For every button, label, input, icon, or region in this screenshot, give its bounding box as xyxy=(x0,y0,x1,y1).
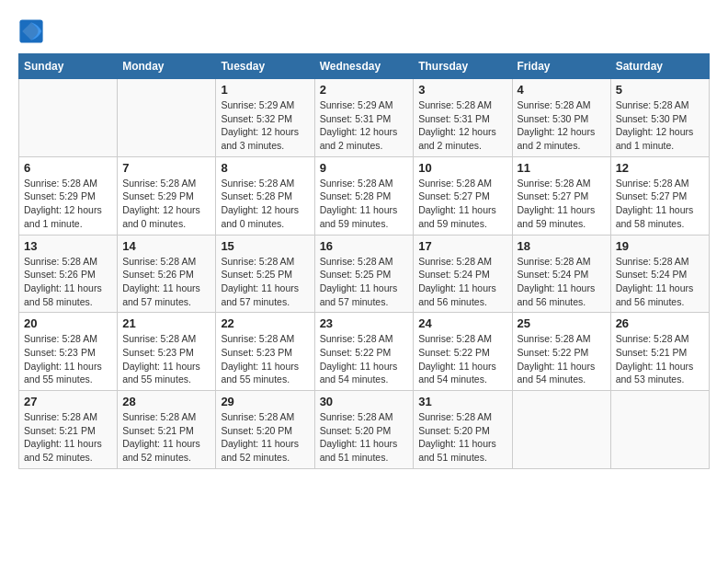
day-cell: 20Sunrise: 5:28 AM Sunset: 5:23 PM Dayli… xyxy=(19,313,118,391)
day-cell: 30Sunrise: 5:28 AM Sunset: 5:20 PM Dayli… xyxy=(314,391,414,469)
day-number: 27 xyxy=(24,395,112,408)
day-cell: 2Sunrise: 5:29 AM Sunset: 5:31 PM Daylig… xyxy=(314,79,414,157)
day-cell: 23Sunrise: 5:28 AM Sunset: 5:22 PM Dayli… xyxy=(314,313,414,391)
day-info: Sunrise: 5:28 AM Sunset: 5:21 PM Dayligh… xyxy=(122,410,210,465)
day-cell: 31Sunrise: 5:28 AM Sunset: 5:20 PM Dayli… xyxy=(414,391,512,469)
calendar-table: SundayMondayTuesdayWednesdayThursdayFrid… xyxy=(18,53,710,469)
day-cell: 25Sunrise: 5:28 AM Sunset: 5:22 PM Dayli… xyxy=(512,313,610,391)
day-number: 18 xyxy=(518,239,606,253)
day-cell: 5Sunrise: 5:28 AM Sunset: 5:30 PM Daylig… xyxy=(610,79,709,157)
day-info: Sunrise: 5:28 AM Sunset: 5:28 PM Dayligh… xyxy=(320,177,409,231)
day-number: 19 xyxy=(616,239,704,253)
day-number: 4 xyxy=(518,83,606,97)
day-number: 25 xyxy=(518,316,606,330)
day-cell: 24Sunrise: 5:28 AM Sunset: 5:22 PM Dayli… xyxy=(414,313,512,391)
day-cell: 14Sunrise: 5:28 AM Sunset: 5:26 PM Dayli… xyxy=(118,235,216,313)
week-row-3: 13Sunrise: 5:28 AM Sunset: 5:26 PM Dayli… xyxy=(19,235,710,313)
day-info: Sunrise: 5:28 AM Sunset: 5:22 PM Dayligh… xyxy=(518,332,606,386)
day-info: Sunrise: 5:28 AM Sunset: 5:25 PM Dayligh… xyxy=(320,255,409,309)
page-header xyxy=(18,18,710,44)
day-number: 13 xyxy=(24,239,112,253)
day-info: Sunrise: 5:28 AM Sunset: 5:26 PM Dayligh… xyxy=(24,255,112,309)
week-row-4: 20Sunrise: 5:28 AM Sunset: 5:23 PM Dayli… xyxy=(19,313,710,391)
day-number: 5 xyxy=(616,83,704,97)
day-cell: 29Sunrise: 5:28 AM Sunset: 5:20 PM Dayli… xyxy=(216,391,314,469)
day-cell: 7Sunrise: 5:28 AM Sunset: 5:29 PM Daylig… xyxy=(118,156,216,235)
day-number: 14 xyxy=(122,239,210,253)
day-number: 24 xyxy=(418,316,506,330)
day-info: Sunrise: 5:28 AM Sunset: 5:24 PM Dayligh… xyxy=(418,255,506,309)
day-info: Sunrise: 5:28 AM Sunset: 5:24 PM Dayligh… xyxy=(518,255,606,309)
day-cell: 28Sunrise: 5:28 AM Sunset: 5:21 PM Dayli… xyxy=(118,391,216,469)
day-info: Sunrise: 5:28 AM Sunset: 5:20 PM Dayligh… xyxy=(418,410,506,465)
day-number: 1 xyxy=(221,83,309,97)
day-info: Sunrise: 5:28 AM Sunset: 5:21 PM Dayligh… xyxy=(24,410,112,465)
week-row-2: 6Sunrise: 5:28 AM Sunset: 5:29 PM Daylig… xyxy=(19,156,710,235)
day-cell: 6Sunrise: 5:28 AM Sunset: 5:29 PM Daylig… xyxy=(19,156,118,235)
day-cell xyxy=(19,79,118,157)
day-cell: 21Sunrise: 5:28 AM Sunset: 5:23 PM Dayli… xyxy=(118,313,216,391)
day-info: Sunrise: 5:28 AM Sunset: 5:21 PM Dayligh… xyxy=(616,332,704,386)
day-cell: 12Sunrise: 5:28 AM Sunset: 5:27 PM Dayli… xyxy=(610,156,709,235)
day-number: 16 xyxy=(320,239,409,253)
day-number: 30 xyxy=(320,395,409,408)
day-info: Sunrise: 5:28 AM Sunset: 5:27 PM Dayligh… xyxy=(518,177,606,231)
day-cell: 15Sunrise: 5:28 AM Sunset: 5:25 PM Dayli… xyxy=(216,235,314,313)
day-info: Sunrise: 5:28 AM Sunset: 5:23 PM Dayligh… xyxy=(122,332,210,386)
header-wednesday: Wednesday xyxy=(314,54,414,79)
day-number: 11 xyxy=(518,161,606,175)
day-number: 26 xyxy=(616,316,704,330)
day-cell: 19Sunrise: 5:28 AM Sunset: 5:24 PM Dayli… xyxy=(610,235,709,313)
logo xyxy=(18,18,48,44)
day-number: 2 xyxy=(320,83,409,97)
day-cell: 18Sunrise: 5:28 AM Sunset: 5:24 PM Dayli… xyxy=(512,235,610,313)
day-number: 17 xyxy=(418,239,506,253)
day-info: Sunrise: 5:28 AM Sunset: 5:23 PM Dayligh… xyxy=(24,332,112,386)
day-info: Sunrise: 5:28 AM Sunset: 5:20 PM Dayligh… xyxy=(320,410,409,465)
day-number: 9 xyxy=(320,161,409,175)
day-info: Sunrise: 5:28 AM Sunset: 5:26 PM Dayligh… xyxy=(122,255,210,309)
day-number: 29 xyxy=(221,395,309,408)
day-info: Sunrise: 5:28 AM Sunset: 5:25 PM Dayligh… xyxy=(221,255,309,309)
day-info: Sunrise: 5:28 AM Sunset: 5:27 PM Dayligh… xyxy=(418,177,506,231)
day-info: Sunrise: 5:28 AM Sunset: 5:20 PM Dayligh… xyxy=(221,410,309,465)
day-number: 10 xyxy=(418,161,506,175)
header-row: SundayMondayTuesdayWednesdayThursdayFrid… xyxy=(19,54,710,79)
day-cell xyxy=(512,391,610,469)
day-info: Sunrise: 5:29 AM Sunset: 5:31 PM Dayligh… xyxy=(320,98,409,153)
day-info: Sunrise: 5:28 AM Sunset: 5:30 PM Dayligh… xyxy=(518,98,606,153)
day-cell: 9Sunrise: 5:28 AM Sunset: 5:28 PM Daylig… xyxy=(314,156,414,235)
day-info: Sunrise: 5:28 AM Sunset: 5:29 PM Dayligh… xyxy=(122,177,210,231)
day-cell: 8Sunrise: 5:28 AM Sunset: 5:28 PM Daylig… xyxy=(216,156,314,235)
day-cell: 13Sunrise: 5:28 AM Sunset: 5:26 PM Dayli… xyxy=(19,235,118,313)
day-info: Sunrise: 5:28 AM Sunset: 5:22 PM Dayligh… xyxy=(418,332,506,386)
day-cell: 10Sunrise: 5:28 AM Sunset: 5:27 PM Dayli… xyxy=(414,156,512,235)
day-cell xyxy=(610,391,709,469)
day-number: 22 xyxy=(221,316,309,330)
day-info: Sunrise: 5:28 AM Sunset: 5:30 PM Dayligh… xyxy=(616,98,704,153)
day-info: Sunrise: 5:28 AM Sunset: 5:22 PM Dayligh… xyxy=(320,332,409,386)
day-cell: 3Sunrise: 5:28 AM Sunset: 5:31 PM Daylig… xyxy=(414,79,512,157)
logo-icon xyxy=(18,18,44,44)
header-monday: Monday xyxy=(118,54,216,79)
day-info: Sunrise: 5:28 AM Sunset: 5:23 PM Dayligh… xyxy=(221,332,309,386)
day-cell xyxy=(118,79,216,157)
day-cell: 17Sunrise: 5:28 AM Sunset: 5:24 PM Dayli… xyxy=(414,235,512,313)
day-info: Sunrise: 5:28 AM Sunset: 5:27 PM Dayligh… xyxy=(616,177,704,231)
day-cell: 11Sunrise: 5:28 AM Sunset: 5:27 PM Dayli… xyxy=(512,156,610,235)
day-number: 15 xyxy=(221,239,309,253)
day-number: 20 xyxy=(24,316,112,330)
header-sunday: Sunday xyxy=(19,54,118,79)
header-friday: Friday xyxy=(512,54,610,79)
week-row-1: 1Sunrise: 5:29 AM Sunset: 5:32 PM Daylig… xyxy=(19,79,710,157)
day-cell: 27Sunrise: 5:28 AM Sunset: 5:21 PM Dayli… xyxy=(19,391,118,469)
day-number: 3 xyxy=(418,83,506,97)
day-number: 7 xyxy=(122,161,210,175)
header-saturday: Saturday xyxy=(610,54,709,79)
day-cell: 16Sunrise: 5:28 AM Sunset: 5:25 PM Dayli… xyxy=(314,235,414,313)
day-info: Sunrise: 5:28 AM Sunset: 5:24 PM Dayligh… xyxy=(616,255,704,309)
day-number: 6 xyxy=(24,161,112,175)
day-number: 31 xyxy=(418,395,506,408)
week-row-5: 27Sunrise: 5:28 AM Sunset: 5:21 PM Dayli… xyxy=(19,391,710,469)
day-cell: 4Sunrise: 5:28 AM Sunset: 5:30 PM Daylig… xyxy=(512,79,610,157)
